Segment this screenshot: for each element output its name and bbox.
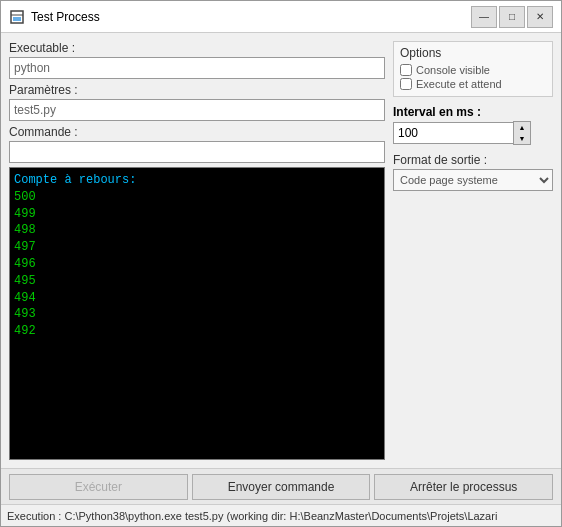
left-panel: Executable : Paramètres : Commande : Com… (9, 41, 385, 460)
terminal-output: Compte à rebours: 500 499 498 497 496 49… (9, 167, 385, 460)
interval-input[interactable] (393, 122, 513, 144)
maximize-button[interactable]: □ (499, 6, 525, 28)
spinner-down-button[interactable]: ▼ (514, 133, 530, 144)
window-icon (9, 9, 25, 25)
interval-spinner: ▲ ▼ (393, 121, 553, 145)
status-bar: Execution : C:\Python38\python.exe test5… (1, 504, 561, 526)
terminal-line-1: 500 (14, 190, 36, 204)
terminal-line-2: 499 (14, 207, 36, 221)
terminal-line-9: 492 (14, 324, 36, 338)
main-window: Test Process — □ ✕ Executable : Paramètr… (0, 0, 562, 527)
send-command-button[interactable]: Envoyer commande (192, 474, 371, 500)
commande-field: Commande : (9, 125, 385, 163)
terminal-line-5: 496 (14, 257, 36, 271)
stop-process-button[interactable]: Arrêter le processus (374, 474, 553, 500)
terminal-line-4: 497 (14, 240, 36, 254)
interval-label: Interval en ms : (393, 105, 553, 119)
parametres-input[interactable] (9, 99, 385, 121)
terminal-line-3: 498 (14, 223, 36, 237)
execute-attend-row: Execute et attend (400, 78, 546, 90)
parametres-field: Paramètres : (9, 83, 385, 121)
executable-field: Executable : (9, 41, 385, 79)
spinner-up-button[interactable]: ▲ (514, 122, 530, 133)
terminal-line-6: 495 (14, 274, 36, 288)
commande-label: Commande : (9, 125, 385, 139)
window-title: Test Process (31, 10, 471, 24)
options-group: Options Console visible Execute et atten… (393, 41, 553, 97)
format-field: Format de sortie : Code page systeme (393, 149, 553, 191)
action-bar: Exécuter Envoyer commande Arrêter le pro… (1, 468, 561, 504)
format-label: Format de sortie : (393, 153, 553, 167)
terminal-line-8: 493 (14, 307, 36, 321)
options-title: Options (400, 46, 546, 60)
executable-label: Executable : (9, 41, 385, 55)
console-visible-label: Console visible (416, 64, 490, 76)
console-visible-row: Console visible (400, 64, 546, 76)
terminal-line-7: 494 (14, 291, 36, 305)
console-visible-checkbox[interactable] (400, 64, 412, 76)
svg-rect-2 (13, 17, 21, 21)
parametres-label: Paramètres : (9, 83, 385, 97)
close-button[interactable]: ✕ (527, 6, 553, 28)
interval-field: Interval en ms : ▲ ▼ (393, 101, 553, 145)
window-controls: — □ ✕ (471, 6, 553, 28)
execute-attend-checkbox[interactable] (400, 78, 412, 90)
right-panel: Options Console visible Execute et atten… (393, 41, 553, 460)
spinner-controls: ▲ ▼ (513, 121, 531, 145)
commande-input[interactable] (9, 141, 385, 163)
main-content: Executable : Paramètres : Commande : Com… (1, 33, 561, 468)
executable-input[interactable] (9, 57, 385, 79)
format-select[interactable]: Code page systeme (393, 169, 553, 191)
execute-button[interactable]: Exécuter (9, 474, 188, 500)
status-text: Execution : C:\Python38\python.exe test5… (7, 510, 497, 522)
minimize-button[interactable]: — (471, 6, 497, 28)
execute-attend-label: Execute et attend (416, 78, 502, 90)
title-bar: Test Process — □ ✕ (1, 1, 561, 33)
terminal-header: Compte à rebours: (14, 173, 136, 187)
